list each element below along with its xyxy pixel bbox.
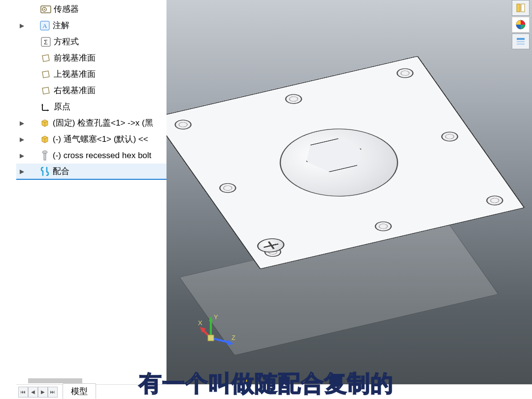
svg-rect-18 (208, 335, 214, 341)
svg-rect-20 (521, 4, 525, 12)
triad-icon: Y Z X (197, 310, 236, 350)
expand-arrow-icon[interactable]: ▶ (18, 22, 25, 29)
fastener-icon (39, 150, 51, 161)
svg-rect-19 (517, 4, 520, 12)
tree-item-label: (-) cross recessed hex bolt (53, 151, 166, 161)
tree-item-top-plane[interactable]: 上视基准面 (16, 66, 166, 82)
tree-item-label: 注解 (53, 20, 166, 31)
svg-rect-22 (517, 38, 525, 40)
tree-item-part-cover[interactable]: ▶ (固定) 检查孔盖<1> ->x (黑 (16, 115, 166, 131)
bottom-tab-bar: ⏮ ◀ ▶ ⏭ 模型 (16, 384, 532, 399)
feature-tree-list: 传感器 ▶ A 注解 Σ 方程式 前视基准面 (16, 0, 166, 180)
tree-item-sensors[interactable]: 传感器 (16, 1, 166, 17)
tree-item-annotations[interactable]: ▶ A 注解 (16, 17, 166, 33)
tree-item-label: (固定) 检查孔盖<1> ->x (黑 (53, 117, 166, 129)
tree-item-label: 配合 (53, 166, 166, 177)
svg-rect-8 (44, 153, 46, 160)
expand-arrow-icon[interactable]: ▶ (18, 168, 25, 175)
tab-model[interactable]: 模型 (63, 383, 96, 399)
expand-arrow-icon[interactable]: ▶ (18, 120, 25, 127)
display-pane-button[interactable] (512, 33, 530, 49)
model-tabs: 模型 (63, 385, 97, 399)
equation-icon: Σ (40, 36, 52, 47)
svg-point-2 (44, 8, 45, 10)
feature-manager-button[interactable] (512, 0, 530, 16)
appearance-button[interactable] (512, 17, 530, 33)
sensor-icon (40, 4, 52, 15)
tree-item-origin[interactable]: 原点 (16, 99, 166, 115)
plane-icon (40, 69, 52, 80)
mates-icon (39, 166, 51, 177)
svg-text:Y: Y (214, 313, 218, 321)
tree-item-right-plane[interactable]: 右视基准面 (16, 82, 166, 99)
tree-item-label: 传感器 (54, 3, 166, 15)
feature-tree[interactable]: 传感器 ▶ A 注解 Σ 方程式 前视基准面 (16, 0, 166, 384)
tab-label: 模型 (71, 387, 88, 396)
tree-item-mates[interactable]: ▶ 配合 (16, 164, 166, 180)
model-plate[interactable] (166, 56, 525, 269)
part-icon (39, 134, 51, 145)
graphics-viewport[interactable]: Y Z X (166, 0, 532, 384)
tab-prev-button[interactable]: ◀ (28, 387, 38, 398)
plane-icon (40, 53, 52, 64)
tree-item-label: (-) 通气螺塞<1> (默认) << (53, 133, 166, 145)
scrollbar-thumb[interactable] (28, 378, 82, 383)
svg-text:Z: Z (232, 334, 235, 341)
annotation-icon: A (39, 20, 51, 31)
plane-icon (40, 85, 52, 96)
svg-text:X: X (198, 319, 202, 327)
tree-item-equations[interactable]: Σ 方程式 (16, 33, 166, 50)
svg-text:Σ: Σ (44, 38, 48, 46)
tree-item-part-bolt[interactable]: ▶ (-) cross recessed hex bolt (16, 147, 166, 164)
tree-item-part-plug[interactable]: ▶ (-) 通气螺塞<1> (默认) << (16, 131, 166, 147)
tree-item-label: 原点 (54, 101, 166, 112)
appearance-icon (515, 19, 526, 30)
tree-item-front-plane[interactable]: 前视基准面 (16, 50, 166, 66)
view-triad[interactable]: Y Z X (197, 310, 236, 350)
right-side-toolbar (512, 0, 530, 49)
part-icon (39, 118, 51, 129)
tab-first-button[interactable]: ⏮ (18, 387, 28, 398)
expand-arrow-icon[interactable]: ▶ (18, 152, 25, 159)
tree-item-label: 上视基准面 (54, 68, 166, 80)
expand-arrow-icon[interactable]: ▶ (18, 136, 25, 143)
origin-icon (40, 101, 52, 112)
svg-text:A: A (42, 22, 47, 30)
svg-marker-10 (209, 316, 213, 321)
tree-item-label: 前视基准面 (54, 52, 166, 64)
feature-manager-icon (516, 3, 526, 13)
svg-rect-24 (517, 43, 525, 45)
tab-next-button[interactable]: ▶ (38, 387, 48, 398)
tab-last-button[interactable]: ⏭ (48, 387, 58, 398)
tree-item-label: 方程式 (54, 36, 166, 47)
tab-nav-group: ⏮ ◀ ▶ ⏭ (16, 385, 60, 399)
tree-item-label: 右视基准面 (54, 85, 166, 96)
svg-rect-23 (517, 41, 525, 42)
display-pane-icon (516, 36, 526, 46)
